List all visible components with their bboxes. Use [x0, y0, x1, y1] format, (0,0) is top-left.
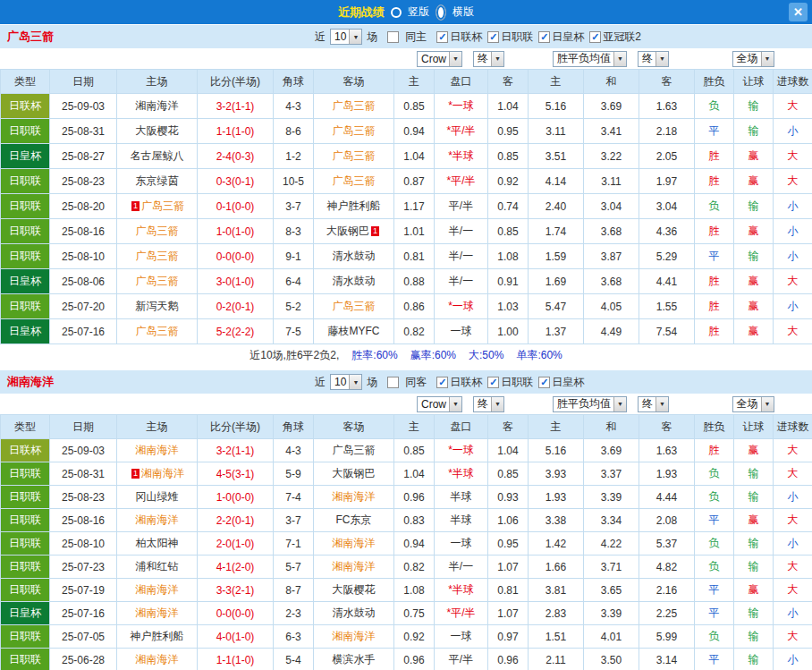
league-checkbox[interactable]: ✓	[538, 31, 550, 43]
home-team[interactable]: 广岛三箭	[117, 244, 198, 269]
red-card-badge: 1	[131, 201, 140, 211]
bookmaker-select[interactable]: Crow ▼	[417, 51, 462, 67]
handicap-time-select[interactable]: 终 ▼	[473, 51, 504, 67]
avg-home-odds: 1.93	[529, 486, 584, 509]
away-team[interactable]: 广岛三箭	[314, 144, 394, 169]
away-team[interactable]: 大阪樱花	[314, 579, 394, 602]
away-team[interactable]: 广岛三箭	[314, 94, 394, 119]
away-team[interactable]: 大阪钢巴	[314, 462, 394, 486]
match-date: 25-08-27	[50, 144, 117, 169]
avg-away-odds: 1.63	[639, 439, 695, 462]
home-team[interactable]: 柏太阳神	[117, 532, 198, 556]
corner-score: 4-3	[274, 439, 314, 462]
result-handicap: 赢	[734, 219, 774, 244]
home-team[interactable]: 湘南海洋	[117, 579, 198, 602]
col-handicap-line: 盘口	[435, 415, 488, 439]
avg-time-select[interactable]: 终 ▼	[638, 51, 669, 67]
league-checkbox[interactable]: ✓	[436, 377, 448, 388]
away-team[interactable]: 清水鼓动	[314, 244, 394, 269]
team-name: 广岛三箭	[0, 29, 54, 45]
col-handicap-away: 客	[488, 70, 529, 94]
league-checkbox[interactable]: ✓	[538, 377, 550, 388]
games-count-select[interactable]: 10 ▼	[330, 374, 362, 390]
bookmaker-select-value: Crow	[421, 398, 446, 411]
home-team[interactable]: 浦和红钻	[117, 556, 198, 579]
handicap-time-select[interactable]: 终 ▼	[473, 396, 504, 412]
col-type: 类型	[1, 415, 50, 439]
result-goals: 大	[774, 625, 812, 649]
home-team[interactable]: 1广岛三箭	[117, 194, 198, 219]
vertical-layout-radio[interactable]	[391, 7, 402, 18]
fulltime-select[interactable]: 全场 ▼	[732, 51, 774, 67]
league-checkbox[interactable]: ✓	[487, 31, 499, 43]
red-card-badge: 1	[371, 226, 379, 236]
horizontal-layout-radio[interactable]	[436, 4, 446, 21]
away-team[interactable]: 湘南海洋	[314, 625, 394, 649]
home-team[interactable]: 东京绿茵	[117, 169, 198, 194]
away-team[interactable]: 湘南海洋	[314, 486, 394, 509]
league-checkbox[interactable]: ✓	[436, 31, 448, 43]
home-team[interactable]: 名古屋鲸八	[117, 144, 198, 169]
away-team[interactable]: 广岛三箭	[314, 439, 394, 462]
away-team[interactable]: FC东京	[314, 509, 394, 532]
close-button[interactable]: ✕	[789, 3, 808, 21]
avg-odds-select[interactable]: 胜平负均值 ▼	[553, 51, 627, 67]
league-checkbox[interactable]: ✓	[487, 377, 499, 388]
home-team[interactable]: 广岛三箭	[117, 319, 198, 344]
table-row: 日职联 25-08-20 1广岛三箭 0-1(0-0) 3-7 神户胜利船 1.…	[1, 194, 812, 219]
table-row: 日职联 25-08-10 广岛三箭 0-0(0-0) 9-1 清水鼓动 0.81…	[1, 244, 812, 269]
same-venue-checkbox[interactable]	[387, 377, 399, 388]
away-team[interactable]: 广岛三箭	[314, 119, 394, 144]
away-team[interactable]: 湘南海洋	[314, 556, 394, 579]
match-date: 25-07-16	[50, 319, 117, 344]
home-team[interactable]: 湘南海洋	[117, 649, 198, 670]
result-wdl: 负	[695, 462, 734, 486]
home-team[interactable]: 湘南海洋	[117, 509, 198, 532]
avg-odds-select[interactable]: 胜平负均值 ▼	[553, 396, 627, 412]
away-team[interactable]: 横滨水手	[314, 649, 394, 670]
home-team[interactable]: 大阪樱花	[117, 119, 198, 144]
away-team[interactable]: 广岛三箭	[314, 294, 394, 319]
avg-time-select[interactable]: 终 ▼	[638, 396, 669, 412]
fulltime-select[interactable]: 全场 ▼	[732, 396, 774, 412]
away-team[interactable]: 藤枝MYFC	[314, 319, 394, 344]
avg-odds-value: 胜平负均值	[557, 51, 611, 66]
home-team[interactable]: 冈山绿雉	[117, 486, 198, 509]
away-team[interactable]: 广岛三箭	[314, 169, 394, 194]
same-venue-checkbox[interactable]	[387, 31, 399, 43]
league-checkbox[interactable]: ✓	[589, 31, 601, 43]
home-team[interactable]: 广岛三箭	[117, 269, 198, 294]
match-date: 25-08-23	[50, 169, 117, 194]
corner-score: 5-7	[274, 556, 314, 579]
home-team[interactable]: 湘南海洋	[117, 94, 198, 119]
result-handicap: 赢	[734, 319, 774, 344]
home-team[interactable]: 新泻天鹅	[117, 294, 198, 319]
col-handicap-home: 主	[394, 415, 435, 439]
away-team[interactable]: 大阪钢巴1	[314, 219, 394, 244]
red-card-badge: 1	[131, 469, 140, 479]
result-wdl: 胜	[695, 144, 734, 169]
home-team[interactable]: 神户胜利船	[117, 625, 198, 649]
home-team[interactable]: 湘南海洋	[117, 602, 198, 625]
games-label: 场	[367, 375, 377, 390]
odds-controls-row: Crow ▼ 终 ▼ 胜平负均值 ▼ 终 ▼ 全场 ▼	[0, 394, 812, 414]
handicap-time-value: 终	[478, 51, 488, 66]
away-team[interactable]: 神户胜利船	[314, 194, 394, 219]
home-team[interactable]: 1湘南海洋	[117, 462, 198, 486]
result-handicap: 输	[734, 462, 774, 486]
result-handicap: 赢	[734, 579, 774, 602]
league-checkbox-group: ✓日联杯✓日职联✓日皇杯✓亚冠联2	[431, 30, 641, 45]
bookmaker-select[interactable]: Crow ▼	[417, 396, 462, 412]
home-team[interactable]: 广岛三箭	[117, 219, 198, 244]
home-team[interactable]: 湘南海洋	[117, 439, 198, 462]
away-team[interactable]: 清水鼓动	[314, 269, 394, 294]
games-count-select[interactable]: 10 ▼	[330, 29, 362, 45]
handicap-time-value: 终	[478, 396, 488, 411]
handicap-home-odds: 0.88	[394, 269, 435, 294]
away-team[interactable]: 清水鼓动	[314, 602, 394, 625]
away-team[interactable]: 湘南海洋	[314, 532, 394, 556]
avg-home-odds: 1.51	[529, 625, 584, 649]
handicap-line: 半/一	[435, 244, 488, 269]
avg-draw-odds: 3.39	[584, 486, 639, 509]
handicap-line: *平/半	[435, 119, 488, 144]
